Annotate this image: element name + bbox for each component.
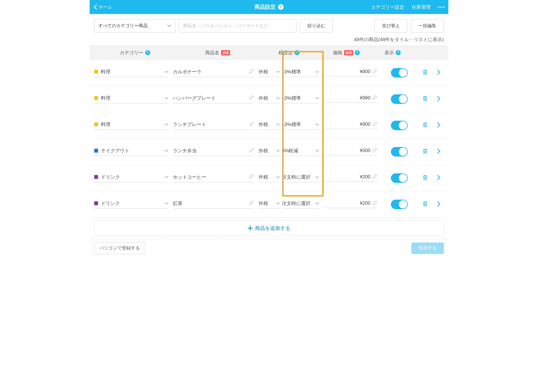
pencil-icon xyxy=(373,122,377,127)
display-toggle[interactable] xyxy=(391,147,408,157)
product-name-input[interactable]: ホットコーヒー xyxy=(173,174,254,182)
help-icon[interactable]: ? xyxy=(145,50,150,55)
sort-button[interactable]: 並び替え xyxy=(374,19,407,32)
tax-type-select[interactable]: 外税 xyxy=(259,200,280,209)
category-select[interactable]: 料理 xyxy=(94,121,168,130)
bulk-edit-button[interactable]: 一括編集 xyxy=(411,19,444,32)
pencil-icon xyxy=(373,174,377,180)
help-icon[interactable]: ? xyxy=(294,50,300,55)
delete-button[interactable] xyxy=(422,69,428,77)
chevron-down-icon xyxy=(165,201,168,206)
table-row: 料理 ランチプレート 外税 10%標準 ¥ xyxy=(90,112,448,139)
tax-type-select[interactable]: 外税 xyxy=(259,69,280,77)
product-name-input[interactable]: ランチプレート xyxy=(173,121,254,130)
category-filter-select[interactable]: すべてのカテゴリー商品 xyxy=(94,19,175,32)
pc-register-button[interactable]: パソコンで登録する xyxy=(94,242,145,254)
filter-button[interactable]: 絞り込む xyxy=(300,19,333,32)
display-toggle[interactable] xyxy=(391,94,408,104)
price-input[interactable]: ¥980 xyxy=(324,95,377,103)
help-icon[interactable]: ? xyxy=(278,4,284,10)
display-toggle[interactable] xyxy=(391,121,408,130)
add-product-button[interactable]: 商品を追加する xyxy=(94,220,444,236)
tax-rate-select[interactable]: 10%標準 xyxy=(282,95,319,103)
category-select[interactable]: ドリンク xyxy=(94,174,168,182)
help-icon[interactable]: ? xyxy=(396,50,401,55)
row-detail-button[interactable] xyxy=(437,201,440,207)
product-name-input[interactable]: ハンバーグプレート xyxy=(173,95,254,103)
category-select[interactable]: ドリンク xyxy=(94,200,168,209)
table-header: カテゴリー? 商品名必須 税設定? 価格必須? 表示? xyxy=(90,46,448,60)
back-button[interactable]: ホーム xyxy=(94,4,112,10)
product-name-input[interactable]: カルボナーラ xyxy=(173,69,254,77)
chevron-down-icon xyxy=(276,95,280,101)
row-detail-button[interactable] xyxy=(437,70,440,76)
tax-type-select[interactable]: 外税 xyxy=(259,121,280,130)
table-row: テイクアウト ランチ弁当 外税 8%軽減 xyxy=(90,139,448,165)
page-title: 商品設定 ? xyxy=(254,3,284,11)
category-select[interactable]: 料理 xyxy=(94,69,168,77)
row-detail-button[interactable] xyxy=(437,122,440,129)
tax-rate-select[interactable]: 8%軽減 xyxy=(282,148,319,156)
chevron-down-icon xyxy=(316,174,319,179)
price-input[interactable]: ¥200 xyxy=(324,174,377,182)
category-select[interactable]: テイクアウト xyxy=(94,148,168,156)
price-input[interactable]: ¥900 xyxy=(324,122,377,129)
pencil-icon xyxy=(249,148,254,153)
chevron-down-icon xyxy=(165,95,168,101)
chevron-down-icon xyxy=(165,148,168,153)
search-input[interactable]: 商品名・バリエーション・バーコードなど xyxy=(179,19,296,32)
table-body: 料理 カルボナーラ 外税 10%標準 ¥8 xyxy=(90,60,448,218)
pencil-icon xyxy=(249,174,254,180)
chevron-down-icon xyxy=(316,95,319,101)
topbar: ホーム 商品設定 ? カテゴリー設定 在庫管理 xyxy=(90,0,448,14)
delete-button[interactable] xyxy=(422,174,428,182)
nav-inventory[interactable]: 在庫管理 xyxy=(412,4,431,10)
plus-icon xyxy=(248,226,253,231)
tax-type-select[interactable]: 外税 xyxy=(259,174,280,182)
chevron-left-icon xyxy=(94,4,98,10)
pencil-icon xyxy=(249,95,254,101)
product-name-input[interactable]: ランチ弁当 xyxy=(173,148,254,156)
pencil-icon xyxy=(249,122,254,127)
pencil-icon xyxy=(373,200,377,206)
save-button[interactable]: 保存する xyxy=(411,242,444,254)
display-toggle[interactable] xyxy=(391,173,408,183)
price-input[interactable]: ¥200 xyxy=(324,200,377,208)
required-badge: 必須 xyxy=(221,50,230,55)
display-toggle[interactable] xyxy=(391,68,408,78)
pencil-icon xyxy=(373,95,377,101)
delete-button[interactable] xyxy=(422,148,428,156)
tax-rate-select[interactable]: 注文時に選択 xyxy=(282,174,319,182)
table-row: ドリンク 紅茶 外税 注文時に選択 ¥20 xyxy=(90,191,448,218)
pencil-icon xyxy=(249,69,254,74)
table-row: 料理 ハンバーグプレート 外税 10%標準 xyxy=(90,86,448,112)
category-select[interactable]: 料理 xyxy=(94,95,168,103)
tax-rate-select[interactable]: 注文時に選択 xyxy=(282,200,319,209)
price-input[interactable]: ¥500 xyxy=(324,148,377,155)
result-count: 48件の商品(48件をタイル・リストに表示) xyxy=(90,36,448,46)
chevron-down-icon xyxy=(165,174,168,179)
tax-type-select[interactable]: 外税 xyxy=(259,95,280,103)
chevron-down-icon xyxy=(167,24,171,27)
chevron-down-icon xyxy=(276,122,280,127)
display-toggle[interactable] xyxy=(391,200,408,209)
chevron-down-icon xyxy=(276,148,280,153)
pencil-icon xyxy=(249,200,254,206)
chevron-down-icon xyxy=(276,201,280,206)
nav-category-settings[interactable]: カテゴリー設定 xyxy=(371,4,404,10)
more-icon[interactable] xyxy=(438,6,444,8)
price-input[interactable]: ¥800 xyxy=(324,69,377,76)
row-detail-button[interactable] xyxy=(437,175,440,181)
chevron-down-icon xyxy=(316,148,319,153)
product-name-input[interactable]: 紅茶 xyxy=(173,200,254,209)
delete-button[interactable] xyxy=(422,95,428,103)
row-detail-button[interactable] xyxy=(437,149,440,155)
delete-button[interactable] xyxy=(422,200,428,208)
tax-type-select[interactable]: 外税 xyxy=(259,148,280,156)
tax-rate-select[interactable]: 10%標準 xyxy=(282,121,319,130)
delete-button[interactable] xyxy=(422,122,428,129)
tax-rate-select[interactable]: 10%標準 xyxy=(282,69,319,77)
chevron-down-icon xyxy=(165,69,168,74)
help-icon[interactable]: ? xyxy=(355,50,360,55)
row-detail-button[interactable] xyxy=(437,96,440,102)
